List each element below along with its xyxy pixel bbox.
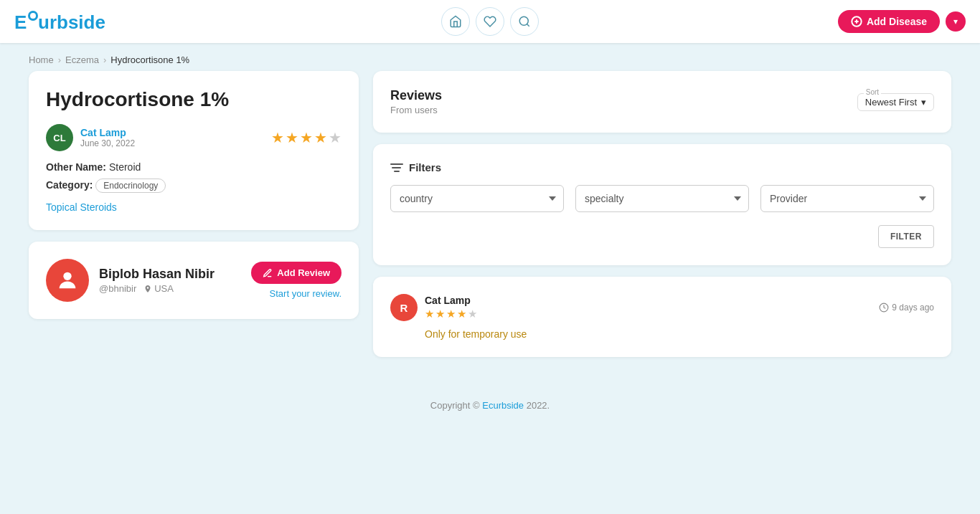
logo-text: E urbside — [14, 9, 108, 34]
other-name-label: Other Name: — [46, 161, 106, 173]
header: E urbside — [0, 0, 980, 43]
main-content: Hydrocortisone 1% CL Cat Lamp June 30, 2… — [0, 71, 980, 386]
review-actions: Add Review Start your review. — [251, 262, 341, 299]
drug-user-row: CL Cat Lamp June 30, 2022 ★ ★ ★ ★ ★ — [46, 124, 341, 151]
logo[interactable]: E urbside — [14, 9, 108, 34]
footer-brand-link[interactable]: Ecurbside — [482, 400, 524, 411]
other-name-text: Steroid — [109, 161, 141, 173]
category-badge: Endocrinology — [95, 179, 166, 193]
add-disease-button[interactable]: Add Disease — [838, 10, 940, 33]
sort-chevron-icon: ▾ — [921, 97, 926, 108]
review-user-info: Cat Lamp ★ ★ ★ ★ ★ — [425, 295, 477, 320]
right-column: Reviews From users Sort Newest First ▾ F… — [373, 71, 951, 357]
review-item-inner: R Cat Lamp ★ ★ ★ ★ ★ — [390, 294, 934, 340]
footer-copyright: Copyright © — [430, 400, 482, 411]
filter-dropdowns-row: country specialty Provider — [390, 185, 934, 212]
review-star-5: ★ — [468, 308, 477, 320]
review-star-4: ★ — [457, 308, 466, 320]
drug-user-date: June 30, 2022 — [80, 138, 135, 148]
filters-card: Filters country specialty Provider FILTE… — [373, 144, 951, 265]
search-nav-button[interactable] — [510, 7, 539, 36]
category-label: Category: — [46, 179, 93, 191]
review-star-1: ★ — [425, 308, 434, 320]
drug-user-name[interactable]: Cat Lamp — [80, 127, 135, 138]
footer-year: 2022. — [527, 400, 550, 411]
review-item-card: R Cat Lamp ★ ★ ★ ★ ★ — [373, 277, 951, 357]
drug-user-left: CL Cat Lamp June 30, 2022 — [46, 124, 135, 151]
star-4: ★ — [314, 129, 327, 146]
home-nav-button[interactable] — [441, 7, 470, 36]
svg-point-4 — [519, 16, 528, 25]
favorites-nav-button[interactable] — [476, 7, 504, 36]
drug-user-avatar: CL — [46, 124, 73, 151]
star-2: ★ — [286, 129, 298, 146]
breadcrumb: Home › Eczema › Hydrocortisone 1% — [0, 43, 980, 71]
breadcrumb-parent[interactable]: Eczema — [65, 54, 99, 65]
reviews-header-row: Reviews From users Sort Newest First ▾ — [390, 88, 934, 115]
filter-action-row: FILTER — [390, 219, 934, 248]
review-star-2: ★ — [435, 308, 445, 320]
header-right: Add Disease ▾ — [838, 10, 966, 33]
provider-filter[interactable]: Provider — [760, 185, 934, 212]
breadcrumb-current: Hydrocortisone 1% — [110, 54, 189, 65]
reviewer-details: Biplob Hasan Nibir @bhnibir USA — [99, 267, 215, 294]
sort-value: Newest First — [865, 97, 917, 108]
review-star-3: ★ — [446, 308, 456, 320]
add-review-button[interactable]: Add Review — [251, 262, 341, 284]
drug-title: Hydrocortisone 1% — [46, 88, 341, 111]
drug-user-details: Cat Lamp June 30, 2022 — [80, 127, 135, 148]
star-3: ★ — [300, 129, 313, 146]
review-time: 9 days ago — [879, 303, 934, 313]
reviewer-handle: @bhnibir — [99, 283, 136, 294]
start-review-text[interactable]: Start your review. — [270, 288, 341, 299]
svg-point-2 — [30, 13, 36, 19]
reviewer-avatar — [46, 259, 89, 302]
review-prompt-card: Biplob Hasan Nibir @bhnibir USA — [29, 242, 359, 319]
reviews-header-card: Reviews From users Sort Newest First ▾ — [373, 71, 951, 133]
filter-icon — [390, 163, 403, 172]
sort-dropdown[interactable]: Sort Newest First ▾ — [857, 93, 934, 111]
review-prompt-inner: Biplob Hasan Nibir @bhnibir USA — [46, 259, 341, 302]
svg-point-9 — [63, 272, 71, 280]
drug-rating-stars: ★ ★ ★ ★ ★ — [271, 129, 341, 146]
sort-label: Sort — [864, 88, 881, 96]
star-1: ★ — [271, 129, 284, 146]
header-dropdown-button[interactable]: ▾ — [946, 11, 966, 32]
star-5: ★ — [329, 129, 341, 146]
category-field: Category: Endocrinology — [46, 179, 341, 193]
filters-title: Filters — [409, 161, 441, 173]
breadcrumb-chevron-2: › — [103, 54, 106, 65]
review-top-row: R Cat Lamp ★ ★ ★ ★ ★ — [390, 294, 934, 321]
filter-button[interactable]: FILTER — [878, 225, 934, 248]
filters-header: Filters — [390, 161, 934, 173]
svg-text:urbside: urbside — [38, 11, 105, 33]
reviewer-left: Biplob Hasan Nibir @bhnibir USA — [46, 259, 215, 302]
review-stars: ★ ★ ★ ★ ★ — [425, 308, 477, 320]
reviews-subtitle: From users — [390, 105, 442, 115]
breadcrumb-chevron-1: › — [58, 54, 61, 65]
reviews-title: Reviews — [390, 88, 442, 103]
review-user-left: R Cat Lamp ★ ★ ★ ★ ★ — [390, 294, 477, 321]
review-time-text: 9 days ago — [892, 303, 934, 313]
review-user-name: Cat Lamp — [425, 295, 477, 306]
review-body-text: Only for temporary use — [425, 328, 934, 340]
other-name-field: Other Name: Steroid — [46, 161, 341, 173]
svg-text:E: E — [14, 11, 27, 33]
country-filter[interactable]: country — [390, 185, 564, 212]
reviewer-name: Biplob Hasan Nibir — [99, 267, 215, 282]
left-column: Hydrocortisone 1% CL Cat Lamp June 30, 2… — [29, 71, 359, 357]
reviews-title-block: Reviews From users — [390, 88, 442, 115]
specialty-filter[interactable]: specialty — [575, 185, 749, 212]
drug-info-card: Hydrocortisone 1% CL Cat Lamp June 30, 2… — [29, 71, 359, 230]
chevron-down-icon: ▾ — [953, 16, 958, 27]
review-avatar: R — [390, 294, 418, 321]
svg-line-5 — [527, 24, 529, 26]
reviewer-location: USA — [143, 283, 174, 294]
header-nav — [441, 7, 539, 36]
topical-tag[interactable]: Topical Steroids — [46, 201, 341, 213]
footer: Copyright © Ecurbside 2022. — [0, 386, 980, 425]
breadcrumb-home[interactable]: Home — [29, 54, 54, 65]
